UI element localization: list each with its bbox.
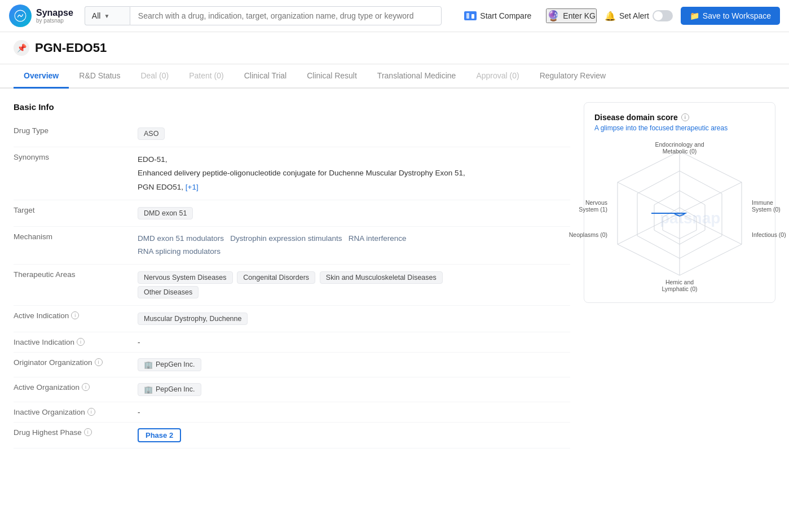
target-row: Target DMD exon 51 bbox=[14, 200, 570, 227]
synonyms-label: Synonyms bbox=[14, 153, 138, 161]
drug-phase-info-icon[interactable]: i bbox=[84, 428, 92, 436]
synonyms-row: Synonyms EDO-51, Enhanced delivery pepti… bbox=[14, 147, 570, 200]
drug-highest-phase-row: Drug Highest Phase i Phase 2 bbox=[14, 423, 570, 449]
chevron-down-icon: ▼ bbox=[104, 13, 109, 19]
main-content: Basic Info Drug Type ASO Synonyms EDO-51… bbox=[0, 89, 789, 462]
inactive-org-label: Inactive Organization i bbox=[14, 408, 138, 416]
ta-tag-2: Congenital Disorders bbox=[237, 271, 315, 284]
tab-patent[interactable]: Patent (0) bbox=[179, 64, 233, 89]
ta-tag-4: Other Diseases bbox=[138, 286, 199, 298]
active-indication-label: Active Indication i bbox=[14, 311, 138, 320]
mechanism-label: Mechanism bbox=[14, 232, 138, 241]
synonyms-more-link[interactable]: [+1] bbox=[186, 183, 199, 191]
phase-badge: Phase 2 bbox=[138, 428, 181, 442]
originator-org-info-icon[interactable]: i bbox=[95, 358, 103, 366]
tab-rd-status[interactable]: R&D Status bbox=[69, 64, 130, 89]
org-icon: 🏢 bbox=[144, 360, 153, 369]
inactive-indication-label: Inactive Indication i bbox=[14, 338, 138, 346]
therapeutic-areas-row: Therapeutic Areas Nervous System Disease… bbox=[14, 265, 570, 306]
mechanism-value: DMD exon 51 modulators Dystrophin expres… bbox=[138, 232, 570, 258]
inactive-indication-info-icon[interactable]: i bbox=[77, 338, 85, 346]
disease-domain-title: Disease domain score i bbox=[594, 113, 765, 122]
originator-org-tag[interactable]: 🏢 PepGen Inc. bbox=[138, 358, 201, 371]
logo-subtitle: by patsnap bbox=[36, 17, 73, 24]
action-buttons: Start Compare 🔮 Enter KG 🔔 Set Alert 📁 S… bbox=[457, 7, 780, 25]
svg-text:Infectious (0): Infectious (0) bbox=[752, 231, 786, 238]
svg-text:Lymphatic (0): Lymphatic (0) bbox=[662, 285, 697, 292]
top-bar: Synapse by patsnap All ▼ Start Compare 🔮… bbox=[0, 0, 789, 32]
dropdown-label: All bbox=[92, 11, 101, 20]
tab-translational-medicine[interactable]: Translational Medicine bbox=[367, 64, 466, 89]
radar-chart-container: patsnap Endocrinology and Metabolic (0) … bbox=[594, 140, 765, 292]
active-indication-info-icon[interactable]: i bbox=[71, 311, 79, 319]
active-indication-value: Muscular Dystrophy, Duchenne bbox=[138, 311, 570, 326]
disease-domain-box: Disease domain score i A glimpse into th… bbox=[584, 102, 775, 303]
tabs-bar: Overview R&D Status Deal (0) Patent (0) … bbox=[0, 64, 789, 89]
drug-highest-phase-value: Phase 2 bbox=[138, 428, 570, 442]
pin-icon: 📌 bbox=[14, 40, 29, 56]
active-org-icon: 🏢 bbox=[144, 385, 153, 394]
compare-label: Start Compare bbox=[480, 11, 531, 20]
svg-text:Hemic and: Hemic and bbox=[665, 279, 694, 285]
tab-overview[interactable]: Overview bbox=[14, 64, 69, 89]
alert-toggle[interactable] bbox=[653, 10, 673, 21]
start-compare-button[interactable]: Start Compare bbox=[457, 8, 538, 24]
svg-text:Neoplasms (0): Neoplasms (0) bbox=[569, 231, 607, 238]
inactive-org-row: Inactive Organization i - bbox=[14, 402, 570, 423]
inactive-indication-row: Inactive Indication i - bbox=[14, 332, 570, 353]
svg-rect-2 bbox=[471, 14, 474, 19]
active-indication-row: Active Indication i Muscular Dystrophy, … bbox=[14, 306, 570, 332]
enterkg-label: Enter KG bbox=[563, 11, 596, 20]
tab-approval[interactable]: Approval (0) bbox=[466, 64, 529, 89]
active-indication-tag: Muscular Dystrophy, Duchenne bbox=[138, 313, 248, 325]
tab-deal[interactable]: Deal (0) bbox=[130, 64, 179, 89]
drug-type-row: Drug Type ASO bbox=[14, 121, 570, 147]
active-org-row: Active Organization i 🏢 PepGen Inc. bbox=[14, 377, 570, 402]
drug-type-label: Drug Type bbox=[14, 126, 138, 135]
therapeutic-areas-value: Nervous System Diseases Congenital Disor… bbox=[138, 270, 570, 300]
target-label: Target bbox=[14, 206, 138, 214]
drug-title-bar: 📌 PGN-EDO51 bbox=[0, 32, 789, 64]
save-label: Save to Workspace bbox=[703, 11, 771, 20]
set-alert-label: Set Alert bbox=[619, 11, 649, 20]
workspace-icon: 📁 bbox=[690, 11, 699, 20]
section-title-basic-info: Basic Info bbox=[14, 102, 570, 112]
target-value: DMD exon 51 bbox=[138, 206, 570, 221]
search-input[interactable] bbox=[130, 6, 442, 25]
search-category-dropdown[interactable]: All ▼ bbox=[85, 6, 130, 25]
therapeutic-areas-label: Therapeutic Areas bbox=[14, 270, 138, 279]
originator-org-label: Originator Organization i bbox=[14, 358, 138, 367]
enter-kg-button[interactable]: 🔮 Enter KG bbox=[546, 8, 597, 23]
tab-clinical-trial[interactable]: Clinical Trial bbox=[234, 64, 297, 89]
inactive-org-info-icon[interactable]: i bbox=[87, 408, 95, 416]
set-alert-area: 🔔 Set Alert bbox=[605, 10, 673, 21]
logo-title: Synapse bbox=[36, 8, 73, 18]
aso-tag: ASO bbox=[138, 127, 165, 140]
search-area: All ▼ bbox=[85, 6, 442, 25]
svg-text:Nervous: Nervous bbox=[585, 199, 607, 206]
svg-text:Immune: Immune bbox=[752, 199, 773, 206]
mechanism-row: Mechanism DMD exon 51 modulators Dystrop… bbox=[14, 227, 570, 265]
inactive-org-value: - bbox=[138, 408, 570, 416]
tab-clinical-result[interactable]: Clinical Result bbox=[297, 64, 367, 89]
target-tag: DMD exon 51 bbox=[138, 207, 193, 219]
kg-icon: 🔮 bbox=[547, 10, 559, 22]
active-org-label: Active Organization i bbox=[14, 383, 138, 392]
originator-org-row: Originator Organization i 🏢 PepGen Inc. bbox=[14, 353, 570, 377]
disease-domain-info-icon[interactable]: i bbox=[681, 113, 689, 121]
drug-name: PGN-EDO51 bbox=[35, 41, 107, 55]
active-org-tag[interactable]: 🏢 PepGen Inc. bbox=[138, 383, 201, 396]
inactive-indication-value: - bbox=[138, 338, 570, 346]
save-to-workspace-button[interactable]: 📁 Save to Workspace bbox=[681, 7, 780, 25]
svg-rect-1 bbox=[466, 13, 469, 19]
tab-regulatory-review[interactable]: Regulatory Review bbox=[530, 64, 616, 89]
radar-chart-svg: patsnap Endocrinology and Metabolic (0) … bbox=[584, 140, 775, 292]
logo-area: Synapse by patsnap bbox=[9, 5, 73, 27]
svg-text:Metabolic (0): Metabolic (0) bbox=[663, 148, 697, 155]
disease-domain-subtitle: A glimpse into the focused therapeutic a… bbox=[594, 124, 765, 132]
originator-org-value: 🏢 PepGen Inc. bbox=[138, 358, 570, 371]
drug-type-value: ASO bbox=[138, 126, 570, 141]
active-org-info-icon[interactable]: i bbox=[82, 383, 90, 391]
svg-text:Endocrinology and: Endocrinology and bbox=[655, 141, 704, 148]
ta-tag-3: Skin and Musculoskeletal Diseases bbox=[320, 271, 443, 284]
